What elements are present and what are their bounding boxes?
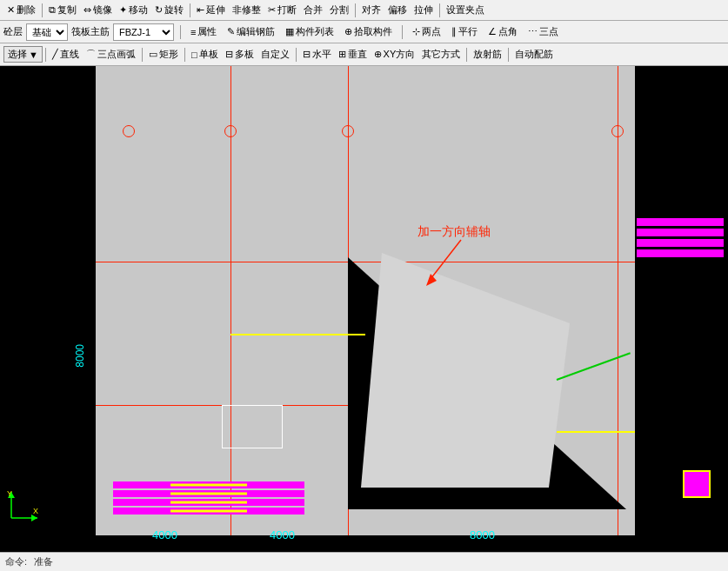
single-slab-button[interactable]: □ 单板 <box>188 47 222 62</box>
two-point-button[interactable]: ⊹ 两点 <box>409 24 444 39</box>
magenta-top-right <box>637 218 724 266</box>
angle-icon: ∠ <box>488 26 497 37</box>
status-bar: 命令: 准备 <box>0 552 728 571</box>
align-button[interactable]: 对齐 <box>358 3 384 17</box>
layer-bar: 砼层 基础 筏板主筋 FBZJ-1 ≡ 属性 ✎ 编辑钢筋 ▦ 构件列表 ⊕ 拾… <box>0 21 728 43</box>
dim-label-2: 4000 <box>270 528 295 541</box>
multi-slab-button[interactable]: ⊟ 多板 <box>222 47 257 62</box>
split-button[interactable]: 分割 <box>326 3 352 17</box>
arc-button[interactable]: ⌒ 三点画弧 <box>83 47 139 62</box>
custom-button[interactable]: 自定义 <box>257 47 293 62</box>
sep9 <box>184 48 185 62</box>
sep6 <box>402 25 403 39</box>
vertical-icon: ⊞ <box>338 49 346 60</box>
move-icon: ✦ <box>119 4 127 16</box>
magenta-bar-1 <box>113 481 304 488</box>
annotation-svg: 加一方向辅轴 <box>391 218 531 305</box>
properties-icon: ≡ <box>190 27 196 37</box>
xy-dir-button[interactable]: ⊕ XY方向 <box>371 47 419 62</box>
toolbar-row-1: ✕ 删除 ⧉ 复制 ⇔ 镜像 ✦ 移动 ↻ 旋转 ⇤ 延伸 非修整 ✂ 打断 合… <box>0 0 728 21</box>
yellow-line-bottom <box>557 431 635 433</box>
layer-type-select[interactable]: 基础 <box>26 23 68 41</box>
line-button[interactable]: ╱ 直线 <box>49 47 83 62</box>
mirror-icon: ⇔ <box>83 4 91 16</box>
mbar-3 <box>637 239 724 247</box>
stretch-button[interactable]: 拉伸 <box>411 3 437 17</box>
component-label: 筏板主筋 <box>71 25 110 38</box>
magenta-bar-inner-1 <box>170 484 247 487</box>
angle-point-button[interactable]: ∠ 点角 <box>484 24 521 39</box>
edit-icon: ✎ <box>227 26 235 37</box>
delete-button[interactable]: ✕ 删除 <box>3 3 39 17</box>
magenta-bar-inner-2 <box>170 493 247 495</box>
three-point-button[interactable]: ⋯ 三点 <box>524 24 562 39</box>
magenta-bar-4 <box>113 508 304 515</box>
coord-svg: X Y <box>7 488 42 522</box>
component-code-select[interactable]: FBZJ-1 <box>113 23 174 41</box>
sep8 <box>142 48 143 62</box>
svg-marker-2 <box>426 274 437 286</box>
mirror-button[interactable]: ⇔ 镜像 <box>80 3 116 17</box>
dim-label-1: 4000 <box>152 528 177 541</box>
pick-icon: ⊕ <box>344 26 352 37</box>
mbar-1 <box>637 218 724 226</box>
coordinate-indicator: X Y <box>7 488 42 526</box>
list-icon: ▦ <box>285 26 294 37</box>
sep3 <box>355 3 356 17</box>
radial-button[interactable]: 放射筋 <box>470 47 505 62</box>
arc-icon: ⌒ <box>86 48 96 61</box>
xy-icon: ⊕ <box>374 49 382 60</box>
horizontal-button[interactable]: ⊟ 水平 <box>299 47 335 62</box>
parallel-button[interactable]: ∥ 平行 <box>448 24 481 39</box>
auto-match-button[interactable]: 自动配筋 <box>511 47 557 62</box>
copy-button[interactable]: ⧉ 复制 <box>45 3 80 17</box>
sep7 <box>45 48 46 62</box>
sep4 <box>439 3 440 17</box>
status-command: 命令: <box>5 555 27 568</box>
rect-button[interactable]: ▭ 矩形 <box>145 47 182 62</box>
vertical-button[interactable]: ⊞ 垂直 <box>335 47 371 62</box>
line-icon: ╱ <box>52 49 58 60</box>
svg-text:Y: Y <box>7 489 12 498</box>
edit-rebar-button[interactable]: ✎ 编辑钢筋 <box>224 24 278 39</box>
svg-text:加一方向辅轴: 加一方向辅轴 <box>417 224 491 238</box>
single-slab-icon: □ <box>191 50 197 60</box>
extend-button[interactable]: ⇤ 延伸 <box>193 3 229 17</box>
crossmark-1 <box>224 125 237 137</box>
component-list-button[interactable]: ▦ 构件列表 <box>282 24 337 39</box>
two-point-icon: ⊹ <box>412 26 420 37</box>
three-point-icon: ⋯ <box>528 26 538 37</box>
svg-marker-4 <box>31 515 37 521</box>
other-button[interactable]: 其它方式 <box>418 47 464 62</box>
multi-slab-icon: ⊟ <box>225 49 233 60</box>
select-button[interactable]: 选择 ▼ <box>3 46 43 63</box>
drawing-area[interactable]: 8000 加一方向辅轴 4000 4000 8000 X Y <box>0 66 728 552</box>
setclip-button[interactable]: 设置夹点 <box>443 3 488 17</box>
toolbar-row-3: 选择 ▼ ╱ 直线 ⌒ 三点画弧 ▭ 矩形 □ 单板 ⊟ 多板 自定义 ⊟ 水平… <box>0 43 728 66</box>
offset-button[interactable]: 偏移 <box>384 3 411 17</box>
rotate-icon: ↻ <box>155 4 163 16</box>
noextend-button[interactable]: 非修整 <box>229 3 264 17</box>
sep2 <box>190 3 190 17</box>
magenta-bar-inner-3 <box>170 501 247 504</box>
status-text: 准备 <box>34 555 53 568</box>
sep5 <box>180 25 181 39</box>
merge-button[interactable]: 合并 <box>300 3 326 17</box>
cut-button[interactable]: ✂ 打断 <box>264 3 300 17</box>
annotation: 加一方向辅轴 <box>391 218 531 308</box>
magenta-right-box <box>683 470 711 498</box>
sep10 <box>296 48 297 62</box>
svg-text:X: X <box>33 507 38 515</box>
properties-button[interactable]: ≡ 属性 <box>187 24 220 39</box>
move-button[interactable]: ✦ 移动 <box>116 3 151 17</box>
pick-component-button[interactable]: ⊕ 拾取构件 <box>341 24 396 39</box>
layer-label: 砼层 <box>3 25 23 38</box>
crossmark-2 <box>342 125 354 137</box>
crossmark-3 <box>611 125 624 137</box>
red-line-horizontal-1 <box>96 262 635 262</box>
magenta-bar-3 <box>113 499 304 506</box>
rotate-button[interactable]: ↻ 旋转 <box>151 3 187 17</box>
crossmark-4 <box>123 125 135 137</box>
horizontal-icon: ⊟ <box>303 49 311 60</box>
magenta-bar-2 <box>113 490 304 497</box>
